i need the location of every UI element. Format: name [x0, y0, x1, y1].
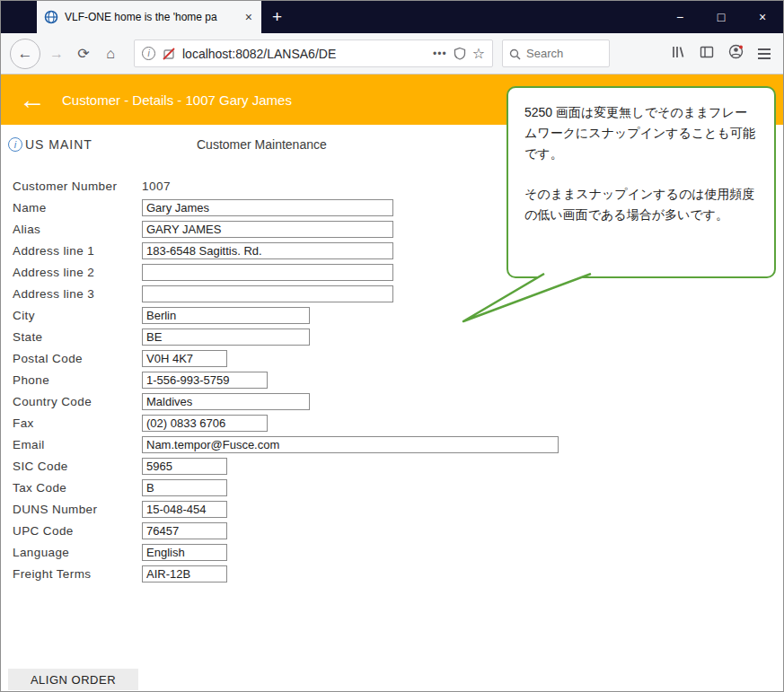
form-row: UPC Code — [1, 520, 783, 541]
field-value-customer-number: 1007 — [142, 180, 171, 193]
minimize-button[interactable]: − — [659, 1, 700, 33]
browser-window: VLF-ONE home is the 'home pa × + − □ × ←… — [0, 0, 784, 692]
field-label: Address line 2 — [13, 266, 142, 279]
form-row: Email — [1, 434, 783, 455]
browser-tab[interactable]: VLF-ONE home is the 'home pa × — [37, 1, 261, 33]
field-input-address-line-2[interactable] — [142, 264, 393, 281]
field-input-phone[interactable] — [142, 372, 268, 389]
field-input-state[interactable] — [142, 328, 310, 346]
search-icon — [509, 48, 521, 59]
forward-icon[interactable]: → — [44, 41, 69, 66]
field-input-upc-code[interactable] — [142, 522, 227, 539]
form-row: Language — [1, 541, 783, 563]
search-bar[interactable] — [502, 39, 610, 67]
titlebar: VLF-ONE home is the 'home pa × + − □ × — [1, 1, 783, 33]
field-label: City — [13, 309, 142, 322]
callout-paragraph-1: 5250 画面は変更無しでそのままフレームワークにスナップインすることも可能です… — [524, 102, 758, 164]
field-input-fax[interactable] — [142, 415, 268, 432]
form-row: City — [1, 304, 783, 326]
form-row: State — [1, 326, 783, 347]
search-input[interactable] — [526, 47, 589, 60]
field-label: Freight Terms — [13, 567, 142, 581]
menu-icon[interactable] — [758, 48, 771, 59]
field-input-language[interactable] — [142, 544, 227, 561]
sidebar-icon[interactable] — [700, 45, 714, 63]
app-header-title: Customer - Details - 1007 Gary James — [62, 92, 292, 108]
form-row: Address line 3 — [1, 283, 783, 304]
form-row: Fax — [1, 412, 783, 434]
field-input-duns-number[interactable] — [142, 501, 227, 518]
back-icon[interactable]: ← — [10, 39, 40, 69]
field-label: DUNS Number — [13, 503, 142, 516]
window-controls: − □ × — [659, 1, 783, 33]
field-input-email[interactable] — [142, 436, 559, 453]
account-icon[interactable] — [728, 44, 744, 63]
tab-close-icon[interactable]: × — [243, 10, 254, 24]
field-label: UPC Code — [13, 524, 142, 538]
bookmark-star-icon[interactable]: ☆ — [472, 45, 485, 62]
form-row: Postal Code — [1, 347, 783, 369]
new-tab-button[interactable]: + — [261, 1, 293, 33]
field-input-address-line-1[interactable] — [142, 242, 393, 259]
plugin-blocked-icon[interactable] — [162, 47, 176, 61]
field-input-name[interactable] — [142, 199, 393, 216]
field-input-sic-code[interactable] — [142, 458, 227, 475]
screen-title: Customer Maintenance — [197, 137, 327, 152]
field-label: SIC Code — [13, 460, 142, 473]
annotation-callout: 5250 画面は変更無しでそのままフレームワークにスナップインすることも可能です… — [507, 86, 776, 278]
field-label: Name — [13, 201, 142, 215]
field-label: Address line 3 — [13, 287, 142, 301]
form-row: Tax Code — [1, 477, 783, 498]
callout-tail — [454, 273, 598, 328]
info-icon[interactable]: i — [8, 137, 22, 152]
form-row: Phone — [1, 369, 783, 390]
form-row: Country Code — [1, 390, 783, 412]
reload-icon[interactable]: ⟳ — [71, 41, 96, 66]
page-actions-icon[interactable]: ••• — [433, 48, 447, 60]
close-button[interactable]: × — [742, 1, 783, 33]
field-label: Customer Number — [13, 180, 142, 193]
form-row: SIC Code — [1, 455, 783, 477]
home-icon[interactable]: ⌂ — [98, 41, 123, 66]
field-label: Tax Code — [13, 481, 142, 495]
url-input[interactable] — [182, 47, 427, 61]
field-input-tax-code[interactable] — [142, 479, 227, 496]
field-label: Country Code — [13, 395, 142, 408]
field-label: Fax — [13, 416, 142, 430]
field-label: Address line 1 — [13, 244, 142, 258]
form-row: DUNS Number — [1, 498, 783, 520]
field-label: State — [13, 330, 142, 344]
globe-favicon-icon — [44, 10, 58, 24]
field-input-alias[interactable] — [142, 221, 393, 238]
url-bar[interactable]: i ••• ☆ — [134, 39, 493, 67]
field-input-postal-code[interactable] — [142, 350, 227, 367]
field-label: Phone — [13, 373, 142, 387]
align-order-button[interactable]: ALIGN ORDER — [8, 669, 138, 690]
field-input-address-line-3[interactable] — [142, 285, 393, 302]
field-label: Language — [13, 546, 142, 559]
app-back-arrow-icon[interactable]: ← — [19, 86, 46, 113]
callout-paragraph-2: そのままスナップインするのは使用頻度の低い画面である場合が多いです。 — [524, 184, 758, 225]
site-info-icon[interactable]: i — [142, 47, 155, 60]
maximize-button[interactable]: □ — [700, 1, 742, 33]
tab-title: VLF-ONE home is the 'home pa — [65, 11, 237, 23]
field-label: Email — [13, 438, 142, 451]
field-label: Postal Code — [13, 352, 142, 365]
shield-icon[interactable] — [454, 47, 466, 60]
field-input-country-code[interactable] — [142, 393, 310, 410]
form-row: Freight Terms — [1, 563, 783, 584]
field-label: Alias — [13, 223, 142, 236]
field-input-city[interactable] — [142, 307, 310, 324]
nav-toolbar: ← → ⟳ ⌂ i ••• ☆ — [1, 33, 783, 74]
field-input-freight-terms[interactable] — [142, 565, 227, 583]
screen-id: US MAINT — [25, 137, 92, 152]
toolbar-right-icons — [671, 44, 774, 63]
library-icon[interactable] — [671, 45, 685, 63]
